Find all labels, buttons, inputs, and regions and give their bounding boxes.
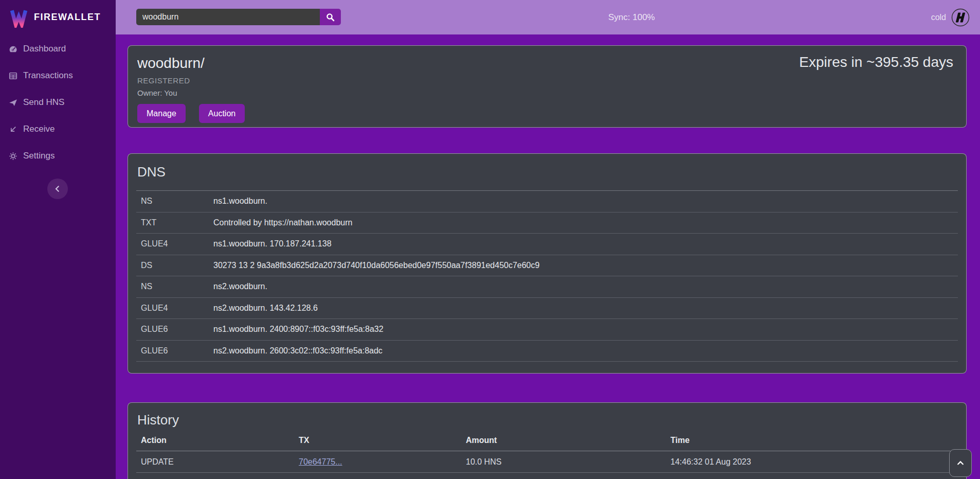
firewallet-logo-icon bbox=[8, 7, 29, 28]
expires-label: Expires in ~395.35 days bbox=[799, 54, 953, 70]
dns-card: DNS NS ns1.woodburn. TXT Controlled by h… bbox=[128, 153, 967, 374]
dns-section-title: DNS bbox=[136, 164, 958, 180]
domain-status-badge: REGISTERED bbox=[137, 76, 957, 85]
domain-card: woodburn/ REGISTERED Owner: You Manage A… bbox=[128, 45, 967, 128]
app-title: FIREWALLET bbox=[34, 12, 101, 23]
dns-record-type: GLUE6 bbox=[136, 346, 213, 356]
sidebar-item-receive[interactable]: Receive bbox=[0, 116, 116, 143]
domain-actions: Manage Auction bbox=[137, 104, 957, 123]
dns-record-value: ns2.woodburn. 143.42.128.6 bbox=[213, 304, 958, 313]
history-table: Action TX Amount Time UPDATE 70e64775...… bbox=[136, 430, 958, 479]
sidebar-item-label: Send HNS bbox=[23, 97, 64, 108]
sidebar-item-label: Transactions bbox=[23, 70, 73, 81]
search-input[interactable] bbox=[136, 9, 320, 25]
history-section-title: History bbox=[136, 412, 958, 428]
dns-record-row: TXT Controlled by https://nathan.woodbur… bbox=[136, 212, 958, 234]
history-time: 14:46:32 01 Aug 2023 bbox=[666, 457, 958, 467]
history-header-row: Action TX Amount Time bbox=[136, 430, 958, 451]
sidebar-item-dashboard[interactable]: Dashboard bbox=[0, 36, 116, 62]
dns-record-type: NS bbox=[136, 197, 213, 206]
main-content: woodburn/ REGISTERED Owner: You Manage A… bbox=[116, 34, 980, 479]
auction-button[interactable]: Auction bbox=[199, 104, 245, 123]
dns-record-row: DS 30273 13 2 9a3a8fb3d625d2a2073d740f10… bbox=[136, 255, 958, 277]
history-row: UPDATE 70e64775... 10.0 HNS 14:46:32 01 … bbox=[136, 451, 958, 473]
dns-record-row: NS ns1.woodburn. bbox=[136, 191, 958, 212]
dns-record-value: 30273 13 2 9a3a8fb3d625d2a2073d740f10da6… bbox=[213, 261, 958, 270]
tx-link[interactable]: 70e64775... bbox=[294, 457, 461, 467]
history-col-amount: Amount bbox=[461, 436, 666, 445]
gear-icon bbox=[9, 152, 17, 161]
history-col-action: Action bbox=[136, 436, 294, 445]
dns-record-value: ns1.woodburn. 170.187.241.138 bbox=[213, 239, 958, 249]
arrow-down-left-icon bbox=[9, 125, 17, 134]
dns-table: NS ns1.woodburn. TXT Controlled by https… bbox=[136, 190, 958, 362]
scroll-to-top-button[interactable] bbox=[949, 449, 972, 477]
manage-button[interactable]: Manage bbox=[137, 104, 186, 123]
wallet-name: cold bbox=[931, 13, 946, 22]
sidebar-nav: Dashboard Transactions Send HNS Receive bbox=[0, 36, 116, 169]
domain-owner-label: Owner: You bbox=[137, 88, 957, 97]
dns-record-row: GLUE4 ns2.woodburn. 143.42.128.6 bbox=[136, 298, 958, 320]
dns-record-value: Controlled by https://nathan.woodburn bbox=[213, 218, 958, 227]
history-col-tx: TX bbox=[294, 436, 461, 445]
chevron-left-icon bbox=[54, 185, 61, 192]
topbar: Sync: 100% cold bbox=[116, 0, 980, 34]
dns-record-value: ns2.woodburn. bbox=[213, 282, 958, 291]
dns-record-row: NS ns2.woodburn. bbox=[136, 276, 958, 298]
dns-record-value: ns2.woodburn. 2600:3c02::f03c:93ff:fe5a:… bbox=[213, 346, 958, 356]
sidebar-item-transactions[interactable]: Transactions bbox=[0, 62, 116, 89]
history-card: History Action TX Amount Time UPDATE 70e… bbox=[128, 402, 967, 479]
dns-record-value: ns1.woodburn. 2400:8907::f03c:93ff:fe5a:… bbox=[213, 325, 958, 334]
history-amount: 10.0 HNS bbox=[461, 457, 666, 467]
dns-record-row: GLUE4 ns1.woodburn. 170.187.241.138 bbox=[136, 234, 958, 255]
history-row: RENEW 47be6d18... 10.0 HNS 15:15:32 07 J… bbox=[136, 473, 958, 479]
dns-record-row: GLUE6 ns2.woodburn. 2600:3c02::f03c:93ff… bbox=[136, 341, 958, 362]
dns-record-type: GLUE4 bbox=[136, 239, 213, 249]
sidebar-collapse-button[interactable] bbox=[47, 179, 68, 199]
chevron-up-icon bbox=[957, 459, 964, 467]
sidebar: FIREWALLET Dashboard Transactions Send H… bbox=[0, 0, 116, 479]
table-icon bbox=[9, 72, 17, 80]
app-brand: FIREWALLET bbox=[0, 0, 116, 34]
hns-logo-icon bbox=[951, 8, 970, 27]
sidebar-item-settings[interactable]: Settings bbox=[0, 143, 116, 169]
search-icon bbox=[326, 13, 335, 22]
dns-record-type: GLUE4 bbox=[136, 304, 213, 313]
history-col-time: Time bbox=[666, 436, 958, 445]
search-button[interactable] bbox=[320, 9, 341, 25]
sidebar-item-label: Receive bbox=[23, 124, 55, 134]
search-bar bbox=[136, 9, 341, 25]
dashboard-gauge-icon bbox=[9, 45, 17, 54]
dns-record-type: DS bbox=[136, 261, 213, 270]
wallet-selector[interactable]: cold bbox=[931, 0, 970, 34]
dns-record-type: NS bbox=[136, 282, 213, 291]
history-action: UPDATE bbox=[136, 457, 294, 467]
dns-record-type: TXT bbox=[136, 218, 213, 227]
dns-record-value: ns1.woodburn. bbox=[213, 197, 958, 206]
dns-record-type: GLUE6 bbox=[136, 325, 213, 334]
sidebar-item-send-hns[interactable]: Send HNS bbox=[0, 89, 116, 116]
dns-record-row: GLUE6 ns1.woodburn. 2400:8907::f03c:93ff… bbox=[136, 319, 958, 341]
sync-status: Sync: 100% bbox=[608, 0, 655, 34]
sidebar-item-label: Settings bbox=[23, 151, 55, 161]
sidebar-item-label: Dashboard bbox=[23, 44, 66, 54]
paper-plane-icon bbox=[9, 98, 17, 107]
